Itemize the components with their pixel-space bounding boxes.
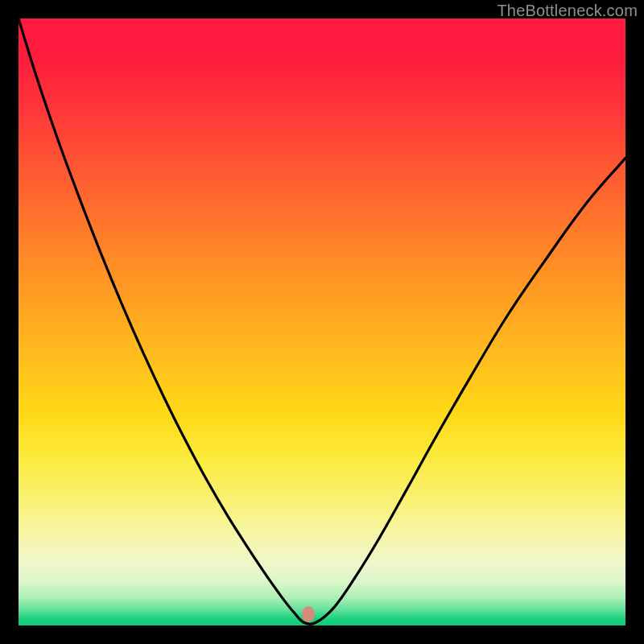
- chart-curve: [19, 19, 625, 625]
- chart-frame: TheBottleneck.com: [0, 0, 644, 644]
- watermark-text: TheBottleneck.com: [497, 2, 638, 20]
- marker-dot: [302, 606, 315, 622]
- plot-area: [19, 19, 625, 625]
